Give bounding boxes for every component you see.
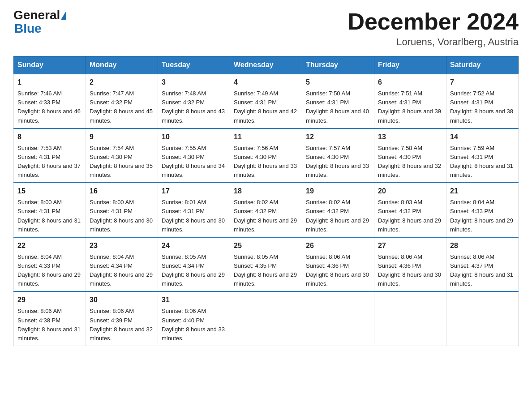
day-info: Sunrise: 8:06 AMSunset: 4:36 PMDaylight:…: [378, 253, 441, 287]
day-number: 31: [162, 295, 226, 305]
day-number: 20: [378, 186, 442, 197]
day-number: 26: [306, 240, 370, 251]
day-info: Sunrise: 7:47 AMSunset: 4:32 PMDaylight:…: [90, 90, 153, 124]
day-number: 29: [17, 295, 82, 305]
day-info: Sunrise: 7:58 AMSunset: 4:30 PMDaylight:…: [378, 145, 441, 178]
logo-triangle-icon: [61, 11, 66, 20]
day-number: 15: [17, 186, 82, 197]
calendar-cell: 21 Sunrise: 8:04 AMSunset: 4:33 PMDaylig…: [446, 183, 519, 237]
calendar-cell: 7 Sunrise: 7:52 AMSunset: 4:31 PMDayligh…: [446, 74, 519, 128]
calendar-cell: 19 Sunrise: 8:02 AMSunset: 4:32 PMDaylig…: [302, 183, 374, 237]
column-header-sunday: Sunday: [14, 56, 86, 74]
day-number: 10: [162, 132, 226, 142]
column-header-saturday: Saturday: [446, 56, 519, 74]
day-number: 25: [234, 240, 298, 251]
day-info: Sunrise: 8:06 AMSunset: 4:40 PMDaylight:…: [162, 308, 225, 341]
day-info: Sunrise: 8:06 AMSunset: 4:39 PMDaylight:…: [90, 308, 153, 341]
calendar-table: SundayMondayTuesdayWednesdayThursdayFrid…: [13, 56, 519, 346]
calendar-cell: 24 Sunrise: 8:05 AMSunset: 4:34 PMDaylig…: [158, 237, 230, 292]
calendar-cell: [230, 291, 302, 346]
calendar-week-row: 15 Sunrise: 8:00 AMSunset: 4:31 PMDaylig…: [14, 183, 519, 237]
calendar-cell: [302, 291, 374, 346]
calendar-cell: 5 Sunrise: 7:50 AMSunset: 4:31 PMDayligh…: [302, 74, 374, 128]
calendar-cell: 6 Sunrise: 7:51 AMSunset: 4:31 PMDayligh…: [374, 74, 446, 128]
day-number: 8: [17, 132, 82, 142]
column-header-thursday: Thursday: [302, 56, 374, 74]
calendar-cell: 10 Sunrise: 7:55 AMSunset: 4:30 PMDaylig…: [158, 128, 230, 183]
day-info: Sunrise: 7:53 AMSunset: 4:31 PMDaylight:…: [17, 145, 81, 178]
calendar-week-row: 8 Sunrise: 7:53 AMSunset: 4:31 PMDayligh…: [14, 128, 519, 183]
calendar-header-row: SundayMondayTuesdayWednesdayThursdayFrid…: [14, 56, 519, 74]
day-info: Sunrise: 7:51 AMSunset: 4:31 PMDaylight:…: [378, 90, 441, 124]
column-header-monday: Monday: [86, 56, 158, 74]
day-number: 5: [306, 77, 370, 88]
day-info: Sunrise: 8:00 AMSunset: 4:31 PMDaylight:…: [17, 199, 81, 232]
day-info: Sunrise: 8:00 AMSunset: 4:31 PMDaylight:…: [90, 199, 153, 232]
day-info: Sunrise: 7:59 AMSunset: 4:31 PMDaylight:…: [450, 145, 513, 178]
day-number: 13: [378, 132, 442, 142]
day-number: 21: [450, 186, 515, 197]
calendar-cell: 3 Sunrise: 7:48 AMSunset: 4:32 PMDayligh…: [158, 74, 230, 128]
day-info: Sunrise: 8:05 AMSunset: 4:35 PMDaylight:…: [234, 253, 297, 287]
day-number: 23: [90, 240, 154, 251]
day-number: 7: [450, 77, 515, 88]
day-info: Sunrise: 8:06 AMSunset: 4:38 PMDaylight:…: [17, 308, 81, 341]
day-number: 11: [234, 132, 298, 142]
calendar-cell: 12 Sunrise: 7:57 AMSunset: 4:30 PMDaylig…: [302, 128, 374, 183]
day-info: Sunrise: 7:57 AMSunset: 4:30 PMDaylight:…: [306, 145, 369, 178]
day-number: 18: [234, 186, 298, 197]
calendar-cell: 26 Sunrise: 8:06 AMSunset: 4:36 PMDaylig…: [302, 237, 374, 292]
calendar-cell: 25 Sunrise: 8:05 AMSunset: 4:35 PMDaylig…: [230, 237, 302, 292]
day-number: 22: [17, 240, 82, 251]
location-title: Loruens, Vorarlberg, Austria: [348, 36, 519, 48]
day-number: 17: [162, 186, 226, 197]
calendar-week-row: 1 Sunrise: 7:46 AMSunset: 4:33 PMDayligh…: [14, 74, 519, 128]
calendar-week-row: 22 Sunrise: 8:04 AMSunset: 4:33 PMDaylig…: [14, 237, 519, 292]
calendar-cell: 4 Sunrise: 7:49 AMSunset: 4:31 PMDayligh…: [230, 74, 302, 128]
day-info: Sunrise: 8:05 AMSunset: 4:34 PMDaylight:…: [162, 253, 225, 287]
calendar-week-row: 29 Sunrise: 8:06 AMSunset: 4:38 PMDaylig…: [14, 291, 519, 346]
logo: General Blue: [13, 9, 66, 36]
day-info: Sunrise: 8:04 AMSunset: 4:33 PMDaylight:…: [17, 253, 81, 287]
day-info: Sunrise: 7:49 AMSunset: 4:31 PMDaylight:…: [234, 90, 297, 124]
logo-general: General: [13, 9, 60, 21]
calendar-cell: 15 Sunrise: 8:00 AMSunset: 4:31 PMDaylig…: [14, 183, 86, 237]
calendar-cell: 27 Sunrise: 8:06 AMSunset: 4:36 PMDaylig…: [374, 237, 446, 292]
calendar-cell: 2 Sunrise: 7:47 AMSunset: 4:32 PMDayligh…: [86, 74, 158, 128]
day-info: Sunrise: 7:55 AMSunset: 4:30 PMDaylight:…: [162, 145, 225, 178]
day-info: Sunrise: 7:46 AMSunset: 4:33 PMDaylight:…: [17, 90, 81, 124]
calendar-cell: 31 Sunrise: 8:06 AMSunset: 4:40 PMDaylig…: [158, 291, 230, 346]
day-number: 6: [378, 77, 442, 88]
day-number: 30: [90, 295, 154, 305]
column-header-friday: Friday: [374, 56, 446, 74]
month-title: December 2024: [348, 9, 519, 34]
calendar-cell: 23 Sunrise: 8:04 AMSunset: 4:34 PMDaylig…: [86, 237, 158, 292]
day-info: Sunrise: 8:06 AMSunset: 4:37 PMDaylight:…: [450, 253, 513, 287]
calendar-cell: 28 Sunrise: 8:06 AMSunset: 4:37 PMDaylig…: [446, 237, 519, 292]
day-number: 3: [162, 77, 226, 88]
calendar-cell: 29 Sunrise: 8:06 AMSunset: 4:38 PMDaylig…: [14, 291, 86, 346]
page-header: General Blue December 2024 Loruens, Vora…: [13, 9, 519, 48]
day-number: 9: [90, 132, 154, 142]
calendar-cell: 9 Sunrise: 7:54 AMSunset: 4:30 PMDayligh…: [86, 128, 158, 183]
calendar-cell: 1 Sunrise: 7:46 AMSunset: 4:33 PMDayligh…: [14, 74, 86, 128]
day-info: Sunrise: 8:06 AMSunset: 4:36 PMDaylight:…: [306, 253, 369, 287]
day-info: Sunrise: 7:52 AMSunset: 4:31 PMDaylight:…: [450, 90, 513, 124]
calendar-cell: 17 Sunrise: 8:01 AMSunset: 4:31 PMDaylig…: [158, 183, 230, 237]
day-number: 1: [17, 77, 82, 88]
day-number: 28: [450, 240, 515, 251]
calendar-cell: 30 Sunrise: 8:06 AMSunset: 4:39 PMDaylig…: [86, 291, 158, 346]
day-number: 2: [90, 77, 154, 88]
logo-text: General: [13, 9, 66, 21]
logo-blue: Blue: [14, 21, 42, 36]
column-header-wednesday: Wednesday: [230, 56, 302, 74]
calendar-cell: 8 Sunrise: 7:53 AMSunset: 4:31 PMDayligh…: [14, 128, 86, 183]
calendar-cell: 20 Sunrise: 8:03 AMSunset: 4:32 PMDaylig…: [374, 183, 446, 237]
calendar-cell: 18 Sunrise: 8:02 AMSunset: 4:32 PMDaylig…: [230, 183, 302, 237]
day-info: Sunrise: 7:48 AMSunset: 4:32 PMDaylight:…: [162, 90, 225, 124]
day-info: Sunrise: 7:56 AMSunset: 4:30 PMDaylight:…: [234, 145, 297, 178]
day-info: Sunrise: 8:02 AMSunset: 4:32 PMDaylight:…: [234, 199, 297, 232]
calendar-cell: 14 Sunrise: 7:59 AMSunset: 4:31 PMDaylig…: [446, 128, 519, 183]
day-info: Sunrise: 8:04 AMSunset: 4:34 PMDaylight:…: [90, 253, 153, 287]
day-number: 16: [90, 186, 154, 197]
